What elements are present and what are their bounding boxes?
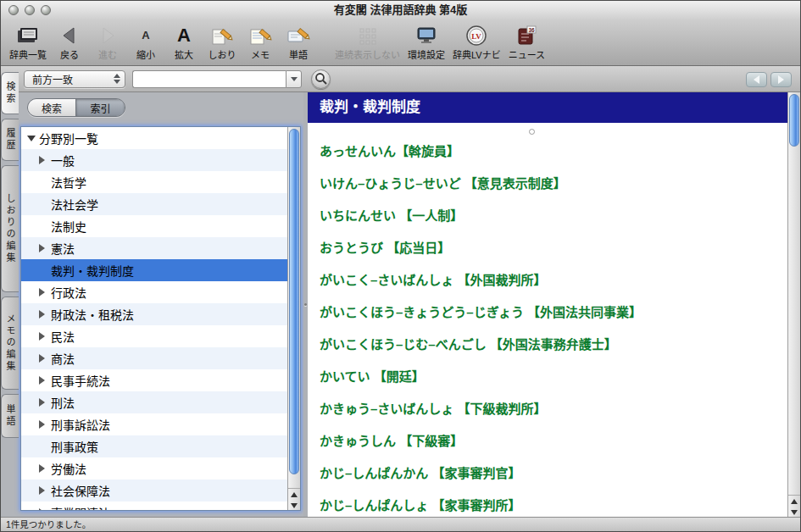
side-tab-bookmark-edit[interactable]: しおりの編集 <box>1 165 19 292</box>
entry-link[interactable]: かきゅう–さいばんしょ 【下級裁判所】 <box>320 399 547 417</box>
entry-link[interactable]: かじ–しんぱんしょ 【家事審判所】 <box>320 496 521 513</box>
entry-item[interactable]: がいこくほう–きょうどう–じぎょう 【外国法共同事業】 <box>320 295 781 327</box>
tab-search[interactable]: 検索 <box>28 99 76 116</box>
toolbar-button-preferences[interactable]: 環境設定 <box>408 23 445 61</box>
result-back-button[interactable] <box>746 72 767 87</box>
search-button[interactable] <box>311 69 331 89</box>
toolbar-button-dictionary-lv-navi[interactable]: LV 辞典LVナビ <box>453 23 501 61</box>
tree-item-label: 民法 <box>51 328 75 345</box>
side-tab-word[interactable]: 単語 <box>1 394 19 438</box>
toolbar-button-news[interactable]: 36 ニュース <box>509 23 545 61</box>
disclosure-down-icon[interactable] <box>27 136 36 141</box>
disclosure-right-icon[interactable] <box>39 156 45 164</box>
popup-arrows-icon <box>114 74 120 84</box>
entry-link[interactable]: かじ–しんぱんかん 【家事審判官】 <box>320 463 521 481</box>
disclosure-right-icon[interactable] <box>39 354 45 363</box>
traffic-lights <box>8 5 51 15</box>
tree-item[interactable]: 刑法 <box>21 391 287 413</box>
entry-link[interactable]: あっせんいん【斡旋員】 <box>320 141 459 159</box>
entry-item[interactable]: おうとうび 【応当日】 <box>320 230 781 263</box>
entry-item[interactable]: がいこくほう–じむ–べんごし 【外国法事務弁護士】 <box>320 327 781 359</box>
side-tab-history[interactable]: 履歴 <box>1 119 19 161</box>
entry-link[interactable]: かきゅうしん 【下級審】 <box>320 431 463 449</box>
entry-item[interactable]: いちにんせい 【一人制】 <box>320 198 781 230</box>
toolbar-button-label: 戻る <box>60 47 79 61</box>
tree-item[interactable]: 憲法 <box>21 237 287 259</box>
tree-scrollbar[interactable] <box>287 127 300 510</box>
disclosure-right-icon[interactable] <box>39 310 45 319</box>
entry-link[interactable]: がいこく–さいばんしょ 【外国裁判所】 <box>320 270 547 288</box>
tree-item[interactable]: 労働法 <box>21 457 287 479</box>
magnifier-icon <box>314 72 328 86</box>
side-tab-search[interactable]: 検索 <box>1 72 19 114</box>
scroll-down-button[interactable] <box>788 507 800 517</box>
tree-item[interactable]: 法哲学 <box>21 171 287 193</box>
tree-item-label: 憲法 <box>51 240 75 257</box>
entry-item[interactable]: いけん–ひょうじ–せいど 【意見表示制度】 <box>320 166 781 198</box>
tree-item[interactable]: 事業関連法 <box>21 502 287 511</box>
match-mode-select[interactable]: 前方一致 <box>24 70 125 88</box>
scroll-down-button[interactable] <box>288 500 300 511</box>
tree-item-selected[interactable]: 裁判・裁判制度 <box>21 259 287 281</box>
tree-item[interactable]: 分野別一覧 <box>21 127 287 149</box>
tree-item[interactable]: 財政法・租税法 <box>21 303 287 325</box>
tree-item[interactable]: 民事手続法 <box>21 369 287 391</box>
side-tab-label: 履歴 <box>3 128 17 152</box>
entry-item[interactable]: あっせんいん【斡旋員】 <box>320 134 781 166</box>
tree-item[interactable]: 商法 <box>21 347 287 369</box>
disclosure-right-icon[interactable] <box>39 508 45 511</box>
disclosure-right-icon[interactable] <box>39 244 45 252</box>
entry-link[interactable]: がいこくほう–きょうどう–じぎょう 【外国法共同事業】 <box>320 302 642 320</box>
disclosure-right-icon[interactable] <box>39 486 45 495</box>
disclosure-right-icon[interactable] <box>39 332 45 341</box>
entry-item[interactable]: かじ–しんぱんかん 【家事審判官】 <box>320 456 781 488</box>
scrollbar-buttons <box>288 488 300 510</box>
entry-item[interactable]: かきゅう–さいばんしょ 【下級裁判所】 <box>320 391 781 424</box>
toolbar-button-zoom-out[interactable]: A 縮小 <box>131 23 161 61</box>
tree-item[interactable]: 民法 <box>21 325 287 347</box>
disclosure-right-icon[interactable] <box>39 376 45 385</box>
toolbar-button-dictionary-list[interactable]: 辞典一覧 <box>9 23 47 61</box>
search-history-dropdown-button[interactable] <box>286 70 302 88</box>
tree-item[interactable]: 刑事訴訟法 <box>21 413 287 435</box>
disclosure-right-icon[interactable] <box>39 398 45 407</box>
toolbar-button-word[interactable]: 単語 <box>283 23 314 61</box>
content-scrollbar[interactable] <box>787 92 800 517</box>
toolbar-button-zoom-in[interactable]: A 拡大 <box>169 23 199 61</box>
toolbar-button-memo[interactable]: メモ <box>245 23 275 61</box>
scrollbar-thumb[interactable] <box>789 94 799 147</box>
entry-item[interactable]: かじ–しんぱんしょ 【家事審判所】 <box>320 488 781 517</box>
toolbar-button-bookmark[interactable]: しおり <box>207 23 237 61</box>
memo-pencil-icon <box>248 23 273 47</box>
tab-index[interactable]: 索引 <box>76 99 125 116</box>
close-button[interactable] <box>8 5 19 15</box>
result-forward-button[interactable] <box>770 72 792 87</box>
toolbar-button-back[interactable]: 戻る <box>54 23 85 61</box>
zoom-button[interactable] <box>41 5 51 15</box>
tree-item[interactable]: 一般 <box>21 149 287 171</box>
tree-item[interactable]: 社会保障法 <box>21 479 287 502</box>
entry-link[interactable]: いけん–ひょうじ–せいど 【意見表示制度】 <box>320 174 566 191</box>
search-input[interactable] <box>132 70 286 88</box>
tree-item[interactable]: 刑事政策 <box>21 435 287 457</box>
entry-link[interactable]: がいこくほう–じむ–べんごし 【外国法事務弁護士】 <box>320 335 617 352</box>
entry-link[interactable]: かいてい 【開廷】 <box>320 367 425 385</box>
entry-item[interactable]: がいこく–さいばんしょ 【外国裁判所】 <box>320 263 781 295</box>
tree-item[interactable]: 法社会学 <box>21 193 287 215</box>
scrollbar-thumb[interactable] <box>289 129 299 474</box>
disclosure-right-icon[interactable] <box>39 464 45 473</box>
tree-item[interactable]: 法制史 <box>21 215 287 237</box>
disclosure-right-icon[interactable] <box>39 288 45 296</box>
tree-item[interactable]: 行政法 <box>21 281 287 303</box>
scroll-up-button[interactable] <box>288 489 300 500</box>
tab-label: 検索 <box>42 101 62 115</box>
side-tab-memo-edit[interactable]: メモの編集 <box>1 296 19 390</box>
entry-link[interactable]: おうとうび 【応当日】 <box>320 238 450 256</box>
entry-link[interactable]: いちにんせい 【一人制】 <box>320 206 463 224</box>
scroll-up-button[interactable] <box>788 496 800 507</box>
minimize-button[interactable] <box>25 5 35 15</box>
chevron-down-icon <box>291 77 298 81</box>
entry-item[interactable]: かいてい 【開廷】 <box>320 359 781 391</box>
disclosure-right-icon[interactable] <box>39 420 45 429</box>
entry-item[interactable]: かきゅうしん 【下級審】 <box>320 424 781 456</box>
